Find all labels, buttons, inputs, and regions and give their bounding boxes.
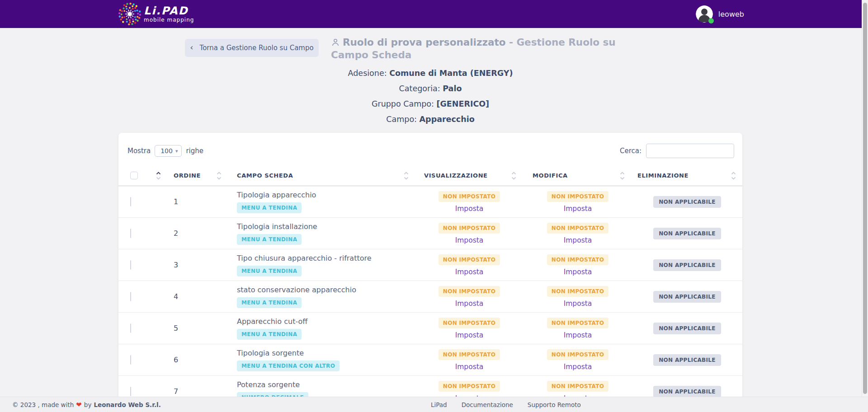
chevron-down-icon: ▾: [175, 148, 178, 154]
user-avatar: [696, 5, 713, 23]
logo-subtitle: mobile mapping: [144, 17, 194, 23]
header-eliminazione[interactable]: ELIMINAZIONE: [637, 165, 742, 186]
footer-link-documentazione[interactable]: Documentazione: [462, 401, 513, 408]
edit-imposta-link[interactable]: Imposta: [524, 363, 632, 371]
eliminazione-cell: NON APPLICABILE: [635, 323, 740, 334]
field-cell: Tipologia sorgente MENU A TENDINA CON AL…: [231, 349, 420, 371]
edit-imposta-link[interactable]: Imposta: [524, 331, 632, 339]
select-all-checkbox[interactable]: [130, 172, 138, 179]
delete-status-badge: NON APPLICABILE: [653, 291, 721, 303]
header-ordine[interactable]: ORDINE: [167, 165, 231, 186]
sort-icons[interactable]: [156, 172, 167, 180]
footer-links: LiPad Documentazione Supporto Remoto: [431, 401, 581, 408]
table-row: 1 Tipologia apparecchio MENU A TENDINA N…: [118, 186, 742, 218]
table-body: 1 Tipologia apparecchio MENU A TENDINA N…: [118, 186, 742, 407]
eliminazione-cell: NON APPLICABILE: [635, 354, 740, 366]
header-modifica[interactable]: MODIFICA: [529, 165, 637, 186]
visualizzazione-cell: NON IMPOSTATO Imposta: [415, 191, 524, 213]
table-controls: Mostra 100 ▾ righe Cerca:: [118, 133, 742, 165]
order-cell: 3: [167, 261, 231, 269]
modifica-cell: NON IMPOSTATO Imposta: [524, 318, 632, 339]
view-imposta-link[interactable]: Imposta: [415, 300, 524, 308]
visualizzazione-cell: NON IMPOSTATO Imposta: [415, 254, 524, 276]
edit-status-badge: NON IMPOSTATO: [547, 318, 609, 328]
eliminazione-cell: NON APPLICABILE: [635, 291, 740, 303]
delete-status-badge: NON APPLICABILE: [653, 323, 721, 334]
view-imposta-link[interactable]: Imposta: [415, 205, 524, 213]
page-scrollbar[interactable]: [862, 0, 868, 412]
row-checkbox[interactable]: [130, 260, 131, 270]
order-cell: 1: [167, 197, 231, 206]
eliminazione-cell: NON APPLICABILE: [635, 228, 740, 239]
row-checkbox[interactable]: [130, 197, 131, 206]
show-label: Mostra: [127, 147, 151, 155]
view-imposta-link[interactable]: Imposta: [415, 268, 524, 276]
view-imposta-link[interactable]: Imposta: [415, 236, 524, 244]
eliminazione-cell: NON APPLICABILE: [635, 386, 740, 398]
back-button[interactable]: ‹ Torna a Gestione Ruolo su Campo: [185, 39, 319, 57]
visualizzazione-cell: NON IMPOSTATO Imposta: [415, 349, 524, 371]
header-campo-scheda[interactable]: CAMPO SCHEDA: [231, 165, 420, 186]
field-type-badge: MENU A TENDINA: [237, 329, 302, 340]
view-status-badge: NON IMPOSTATO: [439, 223, 500, 234]
table-row: 2 Tipologia installazione MENU A TENDINA…: [118, 218, 742, 249]
search-input[interactable]: [646, 144, 734, 158]
delete-status-badge: NON APPLICABILE: [653, 354, 721, 366]
view-status-badge: NON IMPOSTATO: [439, 286, 500, 297]
sort-icons[interactable]: [620, 172, 637, 180]
field-type-badge: MENU A TENDINA: [237, 266, 302, 276]
sort-icons[interactable]: [731, 172, 742, 180]
sort-icons[interactable]: [511, 172, 529, 180]
field-type-badge: MENU A TENDINA: [237, 297, 302, 308]
company-name: Leonardo Web S.r.l.: [94, 401, 160, 408]
footer-link-supporto[interactable]: Supporto Remoto: [528, 401, 581, 408]
row-checkbox[interactable]: [130, 292, 131, 301]
page-size-select[interactable]: 100 ▾: [155, 145, 182, 157]
footer-link-lipad[interactable]: LiPad: [431, 401, 447, 408]
view-imposta-link[interactable]: Imposta: [415, 363, 524, 371]
order-cell: 2: [167, 229, 231, 238]
table-row: 3 Tipo chiusura apparecchio - rifrattore…: [118, 249, 742, 281]
sort-icons[interactable]: [217, 172, 231, 180]
app-logo[interactable]: Li.PAD mobile mapping: [118, 3, 194, 25]
field-type-badge: MENU A TENDINA CON ALTRO: [237, 360, 340, 371]
row-checkbox[interactable]: [130, 229, 131, 238]
edit-imposta-link[interactable]: Imposta: [524, 205, 632, 213]
field-cell: stato conservazione apparecchio MENU A T…: [231, 286, 420, 308]
edit-status-badge: NON IMPOSTATO: [547, 349, 609, 360]
order-cell: 7: [167, 387, 231, 396]
sort-icons[interactable]: [404, 172, 420, 180]
row-checkbox[interactable]: [130, 323, 131, 333]
scrollbar-thumb[interactable]: [863, 3, 867, 394]
row-checkbox[interactable]: [130, 355, 131, 365]
field-type-badge: MENU A TENDINA: [237, 234, 302, 245]
logo-burst-icon: [118, 3, 141, 25]
table-header-row: ORDINE CAMPO SCHEDA VISUALIZZAZIONE MODI…: [118, 165, 742, 186]
field-cell: Apparecchio cut-off MENU A TENDINA: [231, 317, 420, 340]
view-status-badge: NON IMPOSTATO: [439, 381, 500, 392]
meta-campo: Campo: Apparecchio: [118, 115, 742, 124]
header-select-all[interactable]: [118, 165, 167, 186]
edit-status-badge: NON IMPOSTATO: [547, 286, 609, 297]
visualizzazione-cell: NON IMPOSTATO Imposta: [415, 223, 524, 244]
view-imposta-link[interactable]: Imposta: [415, 331, 524, 339]
user-menu[interactable]: leoweb: [696, 5, 744, 23]
edit-imposta-link[interactable]: Imposta: [524, 300, 632, 308]
eliminazione-cell: NON APPLICABILE: [635, 259, 740, 271]
copyright: © 2023 , made with ❤ by Leonardo Web S.r…: [12, 401, 161, 409]
order-cell: 4: [167, 292, 231, 301]
edit-imposta-link[interactable]: Imposta: [524, 236, 632, 244]
meta-gruppo-campo: Gruppo Campo: [GENERICO]: [118, 99, 742, 108]
context-info: Adesione: Comune di Manta (ENERGY) Categ…: [118, 69, 742, 124]
modifica-cell: NON IMPOSTATO Imposta: [524, 254, 632, 276]
delete-status-badge: NON APPLICABILE: [653, 386, 721, 398]
edit-imposta-link[interactable]: Imposta: [524, 268, 632, 276]
field-cell: Tipologia installazione MENU A TENDINA: [231, 222, 420, 245]
view-status-badge: NON IMPOSTATO: [439, 349, 500, 360]
header-visualizzazione[interactable]: VISUALIZZAZIONE: [420, 165, 529, 186]
order-cell: 5: [167, 324, 231, 332]
modifica-cell: NON IMPOSTATO Imposta: [524, 286, 632, 308]
row-checkbox[interactable]: [130, 387, 131, 396]
page-title: Ruolo di prova personalizzato - Gestione…: [331, 37, 629, 61]
field-type-badge: MENU A TENDINA: [237, 202, 302, 213]
